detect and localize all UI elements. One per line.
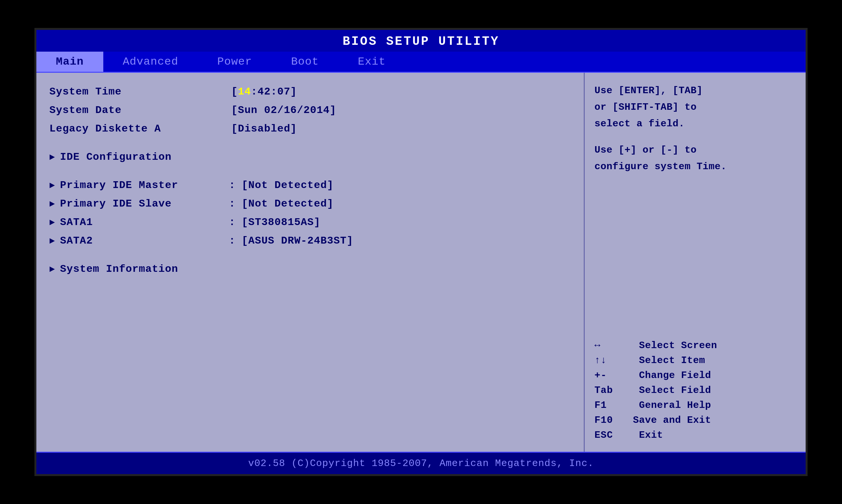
keybind-select-field: Tab Select Field xyxy=(594,383,796,397)
footer: v02.58 (C)Copyright 1985-2007, American … xyxy=(36,452,806,474)
key-select-screen-desc: Select Screen xyxy=(627,340,717,351)
help-line-3: select a field. xyxy=(594,115,796,132)
left-panel: System Time [14:42:07] System Date [Sun … xyxy=(36,73,585,452)
sata1-label: SATA1 xyxy=(60,216,229,228)
system-time-label: System Time xyxy=(49,86,231,98)
arrow-ide-config: ► xyxy=(49,152,55,162)
key-esc: ESC xyxy=(594,430,627,441)
arrow-primary-master: ► xyxy=(49,181,55,191)
menu-bar[interactable]: Main Advanced Power Boot Exit xyxy=(36,52,806,73)
keybind-save-exit: F10 Save and Exit xyxy=(594,413,796,427)
menu-main[interactable]: Main xyxy=(36,52,103,72)
title-text: BIOS SETUP UTILITY xyxy=(343,34,499,48)
help-text-block: Use [ENTER], [TAB] or [SHIFT-TAB] to sel… xyxy=(594,83,796,175)
system-time-row[interactable]: System Time [14:42:07] xyxy=(49,83,571,101)
time-hours: 14 xyxy=(238,86,251,98)
help-spacer xyxy=(594,132,796,142)
ide-config-label: IDE Configuration xyxy=(60,151,229,163)
keybind-general-help: F1 General Help xyxy=(594,398,796,412)
key-plus-minus: +- xyxy=(594,370,627,381)
arrow-system-info: ► xyxy=(49,264,55,274)
keybind-exit: ESC Exit xyxy=(594,428,796,442)
menu-advanced[interactable]: Advanced xyxy=(103,52,198,72)
primary-ide-master-row[interactable]: ► Primary IDE Master : [Not Detected] xyxy=(49,176,571,195)
colon3: : xyxy=(229,216,235,228)
system-date-value[interactable]: [Sun 02/16/2014] xyxy=(231,104,336,116)
colon4: : xyxy=(229,235,235,247)
help-line-2: or [SHIFT-TAB] to xyxy=(594,99,796,115)
primary-master-label: Primary IDE Master xyxy=(60,179,229,191)
key-exit-desc: Exit xyxy=(627,430,663,441)
key-tab: Tab xyxy=(594,385,627,396)
sata1-row[interactable]: ► SATA1 : [ST380815AS] xyxy=(49,213,571,232)
primary-master-value: [Not Detected] xyxy=(242,179,334,191)
system-date-label: System Date xyxy=(49,104,231,116)
menu-exit[interactable]: Exit xyxy=(339,52,406,72)
menu-power[interactable]: Power xyxy=(198,52,272,72)
key-arrows-lr: ↔ xyxy=(594,340,627,351)
system-info-label: System Information xyxy=(60,263,229,275)
sata2-value: [ASUS DRW-24B3ST] xyxy=(242,235,353,247)
keybind-select-screen: ↔ Select Screen xyxy=(594,339,796,352)
arrow-sata1: ► xyxy=(49,218,55,228)
keybind-change-field: +- Change Field xyxy=(594,368,796,382)
primary-slave-label: Primary IDE Slave xyxy=(60,198,229,210)
divider3 xyxy=(49,250,571,260)
help-line-5: Use [+] or [-] to xyxy=(594,142,796,159)
help-line-1: Use [ENTER], [TAB] xyxy=(594,83,796,99)
sata2-label: SATA2 xyxy=(60,235,229,247)
key-general-help-desc: General Help xyxy=(627,400,711,411)
bios-screen: BIOS SETUP UTILITY Main Advanced Power B… xyxy=(34,28,808,476)
sata2-row[interactable]: ► SATA2 : [ASUS DRW-24B3ST] xyxy=(49,232,571,250)
legacy-diskette-row[interactable]: Legacy Diskette A [Disabled] xyxy=(49,120,571,138)
menu-boot[interactable]: Boot xyxy=(272,52,339,72)
colon1: : xyxy=(229,179,235,191)
key-change-field-desc: Change Field xyxy=(627,370,711,381)
sata1-value: [ST380815AS] xyxy=(242,216,320,228)
divider1 xyxy=(49,138,571,148)
system-info-row[interactable]: ► System Information xyxy=(49,260,571,278)
arrow-primary-slave: ► xyxy=(49,199,55,209)
key-select-item-desc: Select Item xyxy=(627,355,705,366)
footer-text: v02.58 (C)Copyright 1985-2007, American … xyxy=(248,458,594,469)
keybind-select-item: ↑↓ Select Item xyxy=(594,354,796,367)
ide-config-row[interactable]: ► IDE Configuration xyxy=(49,148,571,166)
keybind-section: ↔ Select Screen ↑↓ Select Item +- Change… xyxy=(594,339,796,442)
primary-slave-value: [Not Detected] xyxy=(242,198,334,210)
legacy-diskette-label: Legacy Diskette A xyxy=(49,123,231,135)
help-line-6: configure system Time. xyxy=(594,159,796,175)
system-date-row[interactable]: System Date [Sun 02/16/2014] xyxy=(49,101,571,120)
primary-ide-slave-row[interactable]: ► Primary IDE Slave : [Not Detected] xyxy=(49,195,571,213)
divider2 xyxy=(49,166,571,176)
system-time-value[interactable]: [14:42:07] xyxy=(231,86,297,98)
content-area: System Time [14:42:07] System Date [Sun … xyxy=(36,73,806,452)
key-arrows-ud: ↑↓ xyxy=(594,355,627,366)
arrow-sata2: ► xyxy=(49,236,55,246)
key-save-exit-desc: Save and Exit xyxy=(627,415,711,426)
right-panel: Use [ENTER], [TAB] or [SHIFT-TAB] to sel… xyxy=(585,73,806,452)
legacy-diskette-value[interactable]: [Disabled] xyxy=(231,123,297,135)
key-select-field-desc: Select Field xyxy=(627,385,711,396)
key-f1: F1 xyxy=(594,400,627,411)
bios-title: BIOS SETUP UTILITY xyxy=(36,30,806,52)
colon2: : xyxy=(229,198,235,210)
key-f10: F10 xyxy=(594,415,627,426)
